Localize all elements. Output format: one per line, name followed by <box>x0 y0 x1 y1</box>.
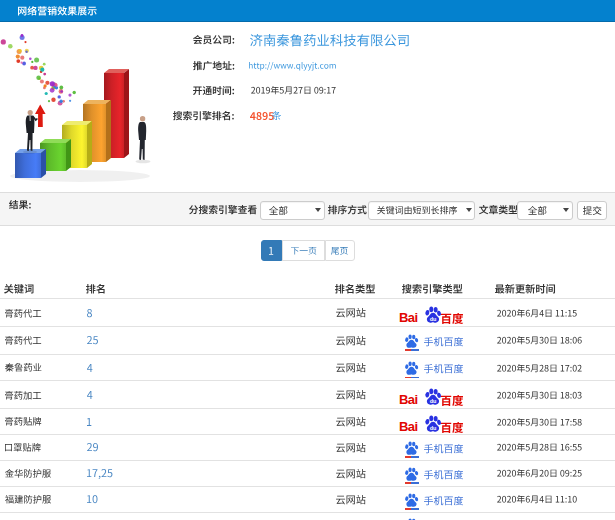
svg-text:du: du <box>429 424 436 430</box>
svg-text:du: du <box>429 315 436 321</box>
svg-text:du: du <box>429 397 436 403</box>
